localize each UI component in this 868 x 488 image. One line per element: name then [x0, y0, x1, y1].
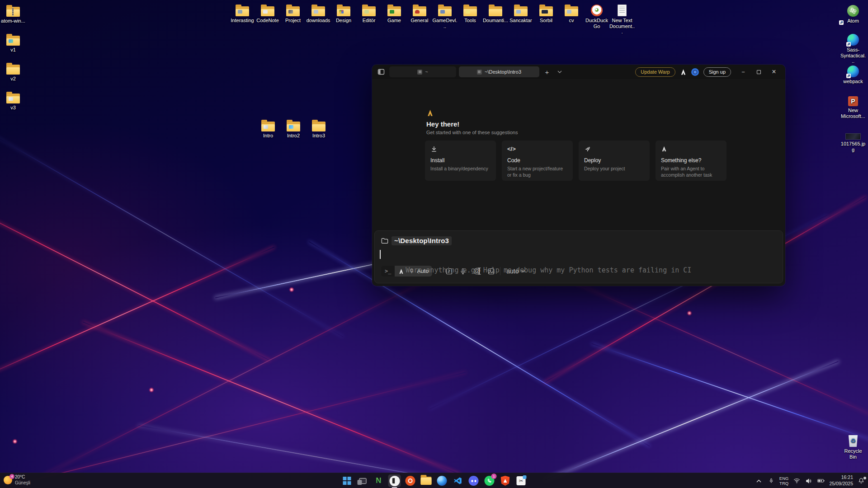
folder-icon	[286, 2, 300, 16]
warp-app-button[interactable]	[388, 474, 401, 487]
folder-icon	[312, 117, 326, 131]
folder-icon	[565, 2, 578, 16]
desktop-icon-label: Editör	[363, 18, 376, 23]
terminal-tab-home[interactable]: ~	[389, 66, 456, 77]
tab-label: ~	[425, 69, 428, 75]
desktop-icon-atom-win[interactable]: atom-win...	[0, 3, 26, 24]
suggestion-card-install[interactable]: Install Install a binary/dependency	[425, 141, 496, 181]
battery-icon[interactable]	[817, 478, 825, 483]
suggestion-card-something-else[interactable]: Something else? Pair with an Agent to ac…	[656, 141, 726, 181]
desktop-icon-recycle-bin[interactable]: ♻ Recycle Bin	[840, 433, 866, 460]
desktop-icon-label: 1017565.jpg	[840, 141, 866, 152]
powerpoint-icon: P	[848, 92, 858, 106]
desktop-icon-label: New Microsoft...	[840, 108, 866, 119]
desktop-icon-design[interactable]: Design	[330, 2, 357, 23]
desktop-icon-general[interactable]: General	[406, 2, 433, 23]
desktop-icon-interasting[interactable]: Interasting	[229, 2, 255, 23]
folder-icon	[387, 2, 401, 16]
language-indicator[interactable]: ENG TRQ	[779, 476, 789, 486]
notification-bell-icon[interactable]	[857, 478, 865, 484]
command-input[interactable]: Warp anything e.g. Help me debug why my …	[381, 250, 776, 260]
greeting-subtitle: Get started with one of these suggestion…	[426, 130, 518, 135]
file-explorer-button[interactable]	[420, 474, 433, 487]
edge-app-button[interactable]	[436, 474, 448, 487]
desktop-icon-intro[interactable]: Intro	[255, 117, 281, 139]
snipping-tool-button[interactable]: ✂	[515, 474, 528, 487]
desktop-icon-game[interactable]: Game	[381, 2, 407, 23]
desktop-icon-sancaktar[interactable]: Sancaktar	[508, 2, 534, 23]
microphone-tray-icon[interactable]	[767, 478, 775, 484]
desktop-icon-tools[interactable]: Tools	[457, 2, 483, 23]
desktop-icon-label: Design	[336, 18, 351, 23]
desktop-icon-doumanti[interactable]: Doumanti...	[482, 2, 509, 23]
folder-icon	[236, 2, 249, 16]
tab-dropdown-chevron-icon[interactable]	[555, 67, 565, 77]
desktop-icon-codenote[interactable]: CodeNote	[255, 2, 281, 23]
desktop-icon-label: webpack	[843, 79, 863, 84]
folder-icon	[6, 89, 20, 103]
desktop-icon-label: Project	[285, 18, 301, 23]
desktop-icon-downloads[interactable]: downloads	[305, 2, 331, 23]
zip-folder-icon	[6, 3, 20, 17]
desktop-icon-duckduckgo[interactable]: DuckDuckGo	[584, 2, 610, 29]
desktop-icon-new-microsoft[interactable]: P New Microsoft...	[840, 92, 866, 119]
task-view-button[interactable]	[357, 474, 369, 487]
wifi-icon[interactable]	[793, 478, 801, 483]
clock[interactable]: 16:21 25/09/2025	[829, 474, 853, 487]
new-tab-button[interactable]: +	[542, 67, 552, 77]
desktop-icon-new-text-document[interactable]: New Text Document...	[609, 2, 635, 35]
sidebar-toggle-icon[interactable]	[376, 66, 387, 77]
close-button[interactable]: ×	[766, 66, 782, 78]
vscode-app-button[interactable]	[452, 474, 464, 487]
desktop-icon-intro3[interactable]: Intro3	[306, 117, 332, 139]
card-title: Install	[430, 157, 491, 164]
taskbar: 4 20°C Güneşli N 1 ✂	[0, 473, 868, 488]
maximize-button[interactable]	[751, 66, 766, 78]
weather-badge: 4	[9, 474, 14, 479]
folder-icon	[6, 61, 20, 75]
desktop-icon-label: cv	[569, 18, 574, 23]
command-input-panel[interactable]: ~\Desktop\Intro3 Warp anything e.g. Help…	[374, 230, 783, 283]
update-warp-button[interactable]: Update Warp	[635, 67, 675, 77]
desktop-icon-label: Intro2	[287, 133, 300, 139]
suggestion-card-code[interactable]: </> Code Start a new project/feature or …	[502, 141, 573, 181]
desktop-icon-project[interactable]: Project	[280, 2, 306, 23]
hidden-icons-chevron-icon[interactable]	[755, 479, 763, 483]
desktop-icon-label: Sass-Syntactical...	[840, 47, 866, 64]
desktop-icon-webpack[interactable]: webpack	[840, 63, 866, 84]
desktop-icon-v3[interactable]: v3	[0, 89, 26, 111]
card-title: Code	[507, 157, 567, 164]
suggestion-card-deploy[interactable]: Deploy Deploy your project	[579, 141, 650, 181]
folder-icon	[438, 2, 452, 16]
desktop-icon-label: Recycle Bin	[840, 448, 866, 460]
desktop-icon-intro2[interactable]: Intro2	[280, 117, 307, 139]
neovim-app-button[interactable]: N	[373, 474, 385, 487]
atom-icon	[847, 3, 859, 17]
brave-app-button[interactable]	[499, 474, 512, 487]
desktop-icon-label: Interasting	[231, 18, 254, 23]
minimize-button[interactable]: −	[736, 66, 751, 78]
desktop-icon-editor[interactable]: Editör	[356, 2, 382, 23]
desktop-icon-gamedevl[interactable]: GameDevl...	[432, 2, 458, 29]
warp-logo-icon	[680, 69, 687, 75]
account-orb-icon[interactable]	[691, 68, 699, 76]
current-directory: ~\Desktop\Intro3	[392, 236, 452, 245]
ubuntu-app-button[interactable]	[404, 474, 417, 487]
sign-up-button[interactable]: Sign up	[703, 67, 731, 77]
desktop-icon-jpg[interactable]: 1017565.jpg	[840, 126, 866, 152]
warp-titlebar: ~ ~\Desktop\Intro3 + Update Warp Sign up…	[372, 65, 785, 79]
desktop-icon-v1[interactable]: v1	[0, 32, 26, 53]
desktop-icon-label: DuckDuckGo	[584, 18, 610, 29]
whatsapp-app-button[interactable]: 1	[483, 474, 496, 487]
start-button[interactable]	[341, 474, 354, 487]
duckduckgo-icon	[591, 2, 603, 16]
weather-widget[interactable]: 4 20°C Güneşli	[4, 474, 30, 486]
terminal-tab-intro3[interactable]: ~\Desktop\Intro3	[459, 66, 539, 77]
desktop-icon-v2[interactable]: v2	[0, 61, 26, 82]
desktop-icon-atom-app[interactable]: Atom	[840, 3, 866, 24]
desktop-icon-sorbil[interactable]: Sorbil	[533, 2, 559, 23]
desktop-icon-sass-syntactical[interactable]: Sass-Syntactical...	[840, 32, 866, 64]
desktop-icon-cv[interactable]: cv	[558, 2, 585, 23]
volume-icon[interactable]	[805, 478, 813, 484]
discord-app-button[interactable]	[467, 474, 480, 487]
